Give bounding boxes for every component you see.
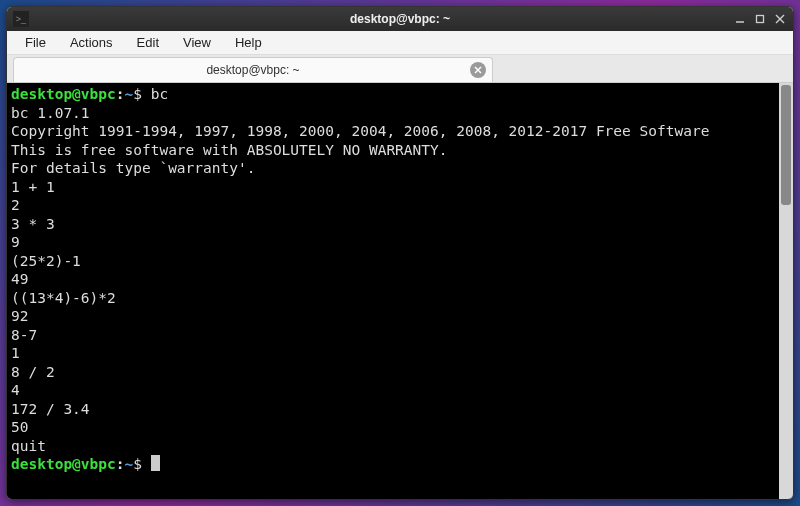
menu-help[interactable]: Help bbox=[225, 33, 272, 52]
terminal-line: 92 bbox=[11, 308, 28, 324]
svg-rect-1 bbox=[757, 16, 764, 23]
app-icon: >_ bbox=[13, 11, 29, 27]
terminal-command: bc bbox=[151, 86, 168, 102]
scrollbar[interactable] bbox=[779, 83, 793, 499]
tab-close-button[interactable] bbox=[470, 62, 486, 78]
prompt-path: ~ bbox=[125, 86, 134, 102]
terminal-line: For details type `warranty'. bbox=[11, 160, 255, 176]
minimize-button[interactable] bbox=[733, 12, 747, 26]
maximize-button[interactable] bbox=[753, 12, 767, 26]
prompt-path: ~ bbox=[125, 456, 134, 472]
menu-view[interactable]: View bbox=[173, 33, 221, 52]
tab-terminal[interactable]: desktop@vbpc: ~ bbox=[13, 57, 493, 82]
prompt-userhost: desktop@vbpc bbox=[11, 86, 116, 102]
terminal-line: bc 1.07.1 bbox=[11, 105, 90, 121]
terminal-line: 1 bbox=[11, 345, 20, 361]
terminal-area: desktop@vbpc:~$ bc bc 1.07.1 Copyright 1… bbox=[7, 83, 793, 499]
menu-file[interactable]: File bbox=[15, 33, 56, 52]
scrollbar-thumb[interactable] bbox=[781, 85, 791, 205]
prompt-userhost: desktop@vbpc bbox=[11, 456, 116, 472]
terminal-line: 9 bbox=[11, 234, 20, 250]
window-controls bbox=[733, 12, 787, 26]
terminal-line: 8 / 2 bbox=[11, 364, 55, 380]
menu-edit[interactable]: Edit bbox=[127, 33, 169, 52]
terminal-line: 4 bbox=[11, 382, 20, 398]
prompt-colon: : bbox=[116, 86, 125, 102]
prompt-dollar: $ bbox=[133, 456, 150, 472]
close-button[interactable] bbox=[773, 12, 787, 26]
terminal-line: 3 * 3 bbox=[11, 216, 55, 232]
terminal-window: >_ desktop@vbpc: ~ File Actions Edit Vie… bbox=[6, 6, 794, 500]
terminal-line: 1 + 1 bbox=[11, 179, 55, 195]
terminal-line: 50 bbox=[11, 419, 28, 435]
tabbar: desktop@vbpc: ~ bbox=[7, 55, 793, 83]
window-title: desktop@vbpc: ~ bbox=[350, 12, 450, 26]
tab-title: desktop@vbpc: ~ bbox=[206, 63, 299, 77]
terminal-line: Copyright 1991-1994, 1997, 1998, 2000, 2… bbox=[11, 123, 709, 139]
terminal-line: (25*2)-1 bbox=[11, 253, 81, 269]
terminal-line: 172 / 3.4 bbox=[11, 401, 90, 417]
terminal-line: quit bbox=[11, 438, 46, 454]
menubar: File Actions Edit View Help bbox=[7, 31, 793, 55]
prompt-colon: : bbox=[116, 456, 125, 472]
terminal-line: ((13*4)-6)*2 bbox=[11, 290, 116, 306]
terminal-line: 49 bbox=[11, 271, 28, 287]
terminal-output[interactable]: desktop@vbpc:~$ bc bc 1.07.1 Copyright 1… bbox=[7, 83, 779, 499]
menu-actions[interactable]: Actions bbox=[60, 33, 123, 52]
terminal-line: This is free software with ABSOLUTELY NO… bbox=[11, 142, 448, 158]
cursor bbox=[151, 455, 160, 471]
terminal-line: 2 bbox=[11, 197, 20, 213]
prompt-dollar: $ bbox=[133, 86, 150, 102]
titlebar[interactable]: >_ desktop@vbpc: ~ bbox=[7, 7, 793, 31]
terminal-line: 8-7 bbox=[11, 327, 37, 343]
